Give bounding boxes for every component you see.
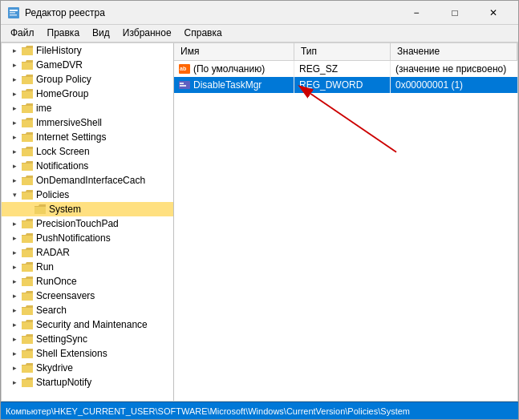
value-type-default: REG_SZ <box>294 61 391 77</box>
tree-label-startupnotify: StartupNotify <box>36 377 91 388</box>
tree-label-securityandmaintenance: Security and Maintenance <box>36 319 148 330</box>
menu-help[interactable]: Справка <box>178 26 229 40</box>
tree-item-internetsettings[interactable]: Internet Settings <box>2 130 173 144</box>
menu-file[interactable]: Файл <box>4 26 41 40</box>
value-data-default: (значение не присвоено) <box>391 61 517 77</box>
window-title: Редактор реестра <box>25 7 398 18</box>
expand-precisiontouchpad[interactable] <box>8 217 21 230</box>
tree-item-startupnotify[interactable]: StartupNotify <box>2 375 173 390</box>
tree-label-homegroup: HomeGroup <box>36 88 88 99</box>
expand-radar[interactable] <box>8 246 21 259</box>
folder-icon <box>34 204 47 215</box>
status-bar: Компьютер\HKEY_CURRENT_USER\SOFTWARE\Mic… <box>1 402 518 419</box>
tree-item-ime[interactable]: ime <box>2 101 173 115</box>
expand-filehistory[interactable] <box>8 44 21 57</box>
tree-item-gamedvr[interactable]: GameDVR <box>2 58 173 72</box>
folder-icon <box>21 290 34 301</box>
tree-label-run: Run <box>36 261 54 273</box>
value-name-disabletaskmgr: DisableTaskMgr <box>174 77 294 93</box>
menu-edit[interactable]: Правка <box>41 26 87 40</box>
tree-label-skydrive: Skydrive <box>36 362 73 374</box>
values-panel: Имя Тип Значение ab (По умолчанию) REG_S… <box>174 43 517 401</box>
close-button[interactable]: ✕ <box>475 1 512 25</box>
maximize-button[interactable]: □ <box>436 1 473 25</box>
expand-ime[interactable] <box>8 102 21 115</box>
expand-pushnotifications[interactable] <box>8 232 21 244</box>
folder-icon <box>21 333 34 345</box>
expand-homegroup[interactable] <box>8 87 21 100</box>
expand-skydrive[interactable] <box>8 361 21 374</box>
tree-label-radar: RADAR <box>36 247 70 258</box>
folder-icon <box>21 319 34 330</box>
tree-item-shellextensions[interactable]: Shell Extensions <box>2 346 173 361</box>
expand-search[interactable] <box>8 304 21 317</box>
tree-item-screensavers[interactable]: Screensavers <box>2 289 173 303</box>
tree-item-immersiveshell[interactable]: ImmersiveShell <box>2 115 173 130</box>
menu-view[interactable]: Вид <box>86 26 116 40</box>
header-type: Тип <box>294 43 391 60</box>
reg-dword-icon <box>179 80 190 90</box>
tree-label-ime: ime <box>36 103 51 114</box>
value-data-disabletaskmgr: 0x00000001 (1) <box>391 77 517 93</box>
expand-run[interactable] <box>8 260 21 273</box>
folder-icon <box>21 175 34 186</box>
expand-ondemand[interactable] <box>8 174 21 187</box>
tree-item-pushnotifications[interactable]: PushNotifications <box>2 231 173 245</box>
expand-runonce[interactable] <box>8 275 21 288</box>
expand-internetsettings[interactable] <box>8 131 21 143</box>
value-type-disabletaskmgr: REG_DWORD <box>294 77 391 93</box>
tree-item-search[interactable]: Search <box>2 303 173 317</box>
main-content: FileHistory GameDVR Group Policy <box>1 42 518 402</box>
tree-item-precisiontouchpad[interactable]: PrecisionTouchPad <box>2 216 173 231</box>
folder-icon <box>21 247 34 258</box>
folder-icon <box>21 377 34 388</box>
folder-icon <box>21 45 34 56</box>
expand-immersiveshell[interactable] <box>8 116 21 129</box>
folder-icon-open <box>21 189 34 200</box>
value-row-disabletaskmgr[interactable]: DisableTaskMgr REG_DWORD 0x00000001 (1) <box>174 77 517 93</box>
folder-icon <box>21 276 34 287</box>
value-row-default[interactable]: ab (По умолчанию) REG_SZ (значение не пр… <box>174 61 517 77</box>
expand-lockscreen[interactable] <box>8 145 21 158</box>
expand-shellextensions[interactable] <box>8 347 21 360</box>
minimize-button[interactable]: − <box>398 1 435 25</box>
expand-startupnotify[interactable] <box>8 376 21 389</box>
expand-gamedvr[interactable] <box>8 59 21 71</box>
values-panel-wrapper: Имя Тип Значение ab (По умолчанию) REG_S… <box>174 43 517 401</box>
tree-label-gamedvr: GameDVR <box>36 59 83 71</box>
app-icon <box>7 6 20 19</box>
folder-icon <box>21 348 34 359</box>
menu-bar: Файл Правка Вид Избранное Справка <box>1 25 518 42</box>
tree-label-system: System <box>49 204 81 215</box>
registry-editor-window: Редактор реестра − □ ✕ Файл Правка Вид И… <box>0 0 519 420</box>
expand-grouppolicy[interactable] <box>8 73 21 86</box>
tree-item-lockscreen[interactable]: Lock Screen <box>2 144 173 159</box>
expand-screensavers[interactable] <box>8 289 21 302</box>
tree-item-runonce[interactable]: RunOnce <box>2 274 173 289</box>
tree-item-ondemand[interactable]: OnDemandInterfaceCach <box>2 173 173 188</box>
tree-label-policies: Policies <box>36 189 69 200</box>
expand-securityandmaintenance[interactable] <box>8 318 21 331</box>
menu-favorites[interactable]: Избранное <box>116 26 178 40</box>
tree-item-filehistory[interactable]: FileHistory <box>2 43 173 58</box>
expand-policies[interactable] <box>8 188 21 201</box>
tree-item-skydrive[interactable]: Skydrive <box>2 361 173 375</box>
registry-tree[interactable]: FileHistory GameDVR Group Policy <box>2 43 174 401</box>
expand-settingsync[interactable] <box>8 333 21 345</box>
tree-item-homegroup[interactable]: HomeGroup <box>2 87 173 101</box>
tree-item-system[interactable]: System <box>2 202 173 216</box>
tree-item-settingsync[interactable]: SettingSync <box>2 332 173 346</box>
tree-label-search: Search <box>36 305 67 316</box>
expand-notifications[interactable] <box>8 160 21 172</box>
tree-label-immersiveshell: ImmersiveShell <box>36 117 102 128</box>
tree-item-securityandmaintenance[interactable]: Security and Maintenance <box>2 317 173 332</box>
folder-icon <box>21 88 34 99</box>
svg-rect-1 <box>10 10 18 11</box>
tree-item-notifications[interactable]: Notifications <box>2 159 173 173</box>
tree-label-ondemand: OnDemandInterfaceCach <box>36 175 145 186</box>
tree-label-settingsync: SettingSync <box>36 333 87 345</box>
tree-item-run[interactable]: Run <box>2 260 173 274</box>
tree-item-grouppolicy[interactable]: Group Policy <box>2 72 173 87</box>
tree-item-radar[interactable]: RADAR <box>2 245 173 260</box>
tree-item-policies[interactable]: Policies <box>2 188 173 202</box>
